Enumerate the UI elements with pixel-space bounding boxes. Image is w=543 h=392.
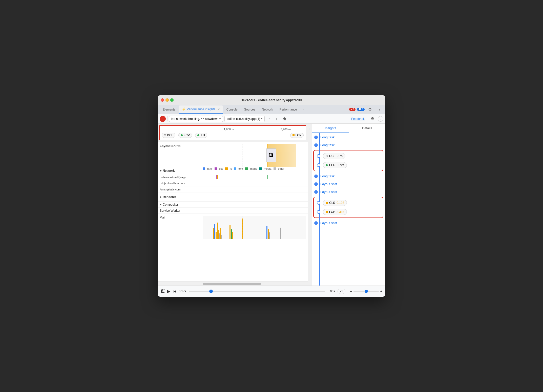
dcl-fcp-group: DCL 0.7s FCP 0.72s	[313, 150, 383, 171]
close-button[interactable]	[161, 98, 164, 102]
maximize-button[interactable]	[170, 98, 174, 102]
dot-icon	[314, 221, 318, 225]
renderer-row: ▶ Renderer	[158, 192, 308, 202]
renderer-content	[203, 192, 306, 201]
chevron-down-icon: ▾	[261, 117, 262, 120]
performance-toolbar: No network throttling, 4× slowdown ▾ cof…	[158, 114, 385, 124]
service-worker-row: Service Worker	[158, 208, 308, 214]
tab-details[interactable]: Details	[349, 124, 386, 133]
toolbar-settings-button[interactable]: ⚙	[369, 115, 376, 122]
network-legend-content: html css js font image media other	[203, 167, 306, 174]
settings-button[interactable]: ⚙	[366, 106, 374, 113]
insight-long-task-1: Long task	[312, 133, 385, 141]
playback-thumb[interactable]	[209, 290, 213, 293]
tab-network[interactable]: Network	[259, 105, 276, 114]
dropdown-label: No network throttling, 4× slowdown	[171, 117, 218, 121]
network-legend: html css js font image media other	[203, 167, 306, 170]
layout-shifts-row: Layout Shifts 🖼	[158, 142, 308, 167]
tab-performance[interactable]: Performance	[277, 105, 300, 114]
insight-layout-shift-2: Layout shift	[312, 188, 385, 196]
zoom-thumb[interactable]	[365, 290, 368, 293]
timeline-header: 1,600ms 3,200ms DCL FCP TTI	[159, 125, 306, 140]
messages-badge[interactable]: 💬1	[357, 108, 365, 111]
lcp-square-icon	[293, 134, 295, 136]
cls-value: 0.193	[337, 201, 344, 205]
upload-button[interactable]: ↑	[266, 116, 272, 122]
delete-button[interactable]: 🗑	[281, 116, 288, 122]
panel-collapse-arrow[interactable]: ›	[308, 124, 312, 134]
net-row-3: fonts.gstatic.com	[158, 186, 308, 192]
dcl-dot-icon	[317, 154, 320, 158]
help-button[interactable]: ?	[378, 116, 383, 122]
tab-console[interactable]: Console	[223, 105, 241, 114]
playback-slider[interactable]	[189, 291, 325, 292]
insights-panel: Insights Details Long task Long task	[312, 124, 385, 286]
long-task-3-link[interactable]: Long task	[320, 174, 335, 178]
network-throttle-dropdown[interactable]: No network throttling, 4× slowdown ▾	[169, 116, 223, 122]
tti-metric[interactable]: TTI	[195, 133, 207, 138]
fcp-metric[interactable]: FCP	[178, 133, 192, 138]
lcp-metric[interactable]: LCP	[290, 133, 304, 138]
layout-shift-1-link[interactable]: Layout shift	[320, 182, 337, 186]
titlebar: DevTools - coffee-cart.netlify.app/?ad=1	[158, 95, 385, 105]
errors-badge[interactable]: ✕1	[349, 108, 356, 111]
scroll-thumb[interactable]	[203, 283, 261, 285]
tab-elements[interactable]: Elements	[160, 105, 178, 114]
insight-cls: CLS 0.193	[316, 198, 381, 207]
insight-dcl: DCL 0.7s	[316, 151, 381, 161]
dcl-ring-icon	[164, 134, 166, 136]
main-label: Main	[160, 214, 203, 219]
tab-close-icon[interactable]: ✕	[217, 107, 220, 111]
net-row-2: cdnjs.cloudflare.com	[158, 180, 308, 186]
speed-badge[interactable]: x1	[338, 289, 345, 294]
time-end-display: 5.93s	[328, 290, 335, 293]
zoom-out-button[interactable]: −	[350, 289, 352, 293]
dot-icon	[314, 136, 318, 139]
main-content-area: ...	[203, 216, 306, 239]
long-task-2-link[interactable]: Long task	[320, 143, 335, 147]
screenshot-thumbnail: 🖼	[266, 148, 276, 162]
tab-sources[interactable]: Sources	[241, 105, 258, 114]
ellipsis-label: ...	[208, 217, 210, 220]
zoom-slider[interactable]	[353, 291, 379, 292]
fcp-green-dot-icon	[326, 164, 328, 166]
zoom-in-button[interactable]: +	[380, 289, 382, 293]
other-color-icon	[274, 167, 276, 170]
long-task-1-link[interactable]: Long task	[320, 135, 335, 139]
download-button[interactable]: ↓	[274, 116, 279, 122]
net-row-1-label: coffee-cart.netlify.app	[160, 176, 203, 179]
dot-icon	[314, 182, 318, 186]
insight-layout-shift-1: Layout shift	[312, 180, 385, 188]
lightning-icon: ⚡	[182, 107, 186, 111]
play-button[interactable]: ▶	[167, 289, 170, 294]
record-button[interactable]	[160, 116, 166, 122]
layout-shift-2-link[interactable]: Layout shift	[320, 190, 337, 194]
main-row: Main	[158, 214, 308, 239]
timeline-panel: 1,600ms 3,200ms DCL FCP TTI	[158, 124, 308, 286]
timeline-scrollbar[interactable]	[158, 281, 308, 286]
insight-lcp: LCP 3.31s	[316, 207, 381, 216]
layout-shift-3-link[interactable]: Layout shift	[320, 221, 337, 225]
net-row-1: coffee-cart.netlify.app	[158, 174, 308, 180]
target-dropdown[interactable]: coffee-cart.netlify.app (1) ▾	[224, 116, 265, 122]
chart-group-4	[266, 223, 277, 239]
marker-1600: 1,600ms	[224, 128, 234, 131]
compositor-label: ▶ Compositor	[160, 203, 203, 206]
chart-group-1	[213, 221, 227, 239]
more-tabs-button[interactable]: »	[301, 107, 306, 112]
dcl-metric[interactable]: DCL	[162, 133, 175, 138]
insights-content: Long task Long task DCL 0.7s	[312, 133, 385, 286]
image-color-icon	[245, 167, 248, 170]
feedback-button[interactable]: Feedback	[349, 116, 367, 122]
tab-action-area: ✕1 💬1 ⚙ ⋮	[349, 106, 383, 113]
minimize-button[interactable]	[165, 98, 169, 102]
chart-group-2	[229, 225, 238, 239]
net-row-2-label: cdnjs.cloudflare.com	[160, 182, 203, 185]
skip-back-button[interactable]: |◀	[173, 289, 176, 293]
insights-tab-bar: Insights Details	[312, 124, 385, 133]
fcp-dot-icon	[181, 134, 183, 136]
tab-performance-insights[interactable]: ⚡ Performance insights ✕	[179, 105, 223, 114]
devtools-menu-button[interactable]: ⋮	[375, 106, 383, 113]
tab-insights[interactable]: Insights	[312, 124, 349, 133]
screenshot-toggle-button[interactable]: 🖼	[161, 289, 165, 294]
